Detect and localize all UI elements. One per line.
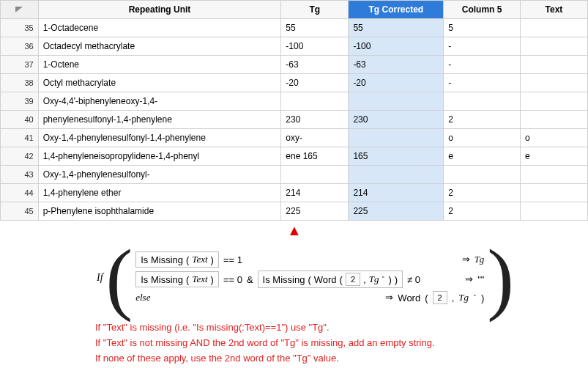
arrow-annotation: ▲ [0, 221, 588, 240]
explain-line-1: If "Text" is missing (i.e. "Is missing(:… [95, 320, 588, 336]
cell-text[interactable] [520, 184, 587, 202]
row-number[interactable]: 40 [1, 111, 39, 129]
cell-column5[interactable]: - [444, 74, 521, 92]
cell-tg-corrected[interactable] [349, 129, 444, 147]
cell-text[interactable]: e [520, 147, 587, 166]
row-number[interactable]: 36 [1, 37, 39, 56]
ismissing-box: Is Missing (Text) [135, 251, 219, 268]
cell-repeating-unit[interactable]: Octyl methacrylate [38, 74, 281, 92]
table-menu-icon [15, 5, 23, 14]
cell-tg-corrected[interactable]: 214 [349, 184, 444, 202]
paren-left-icon: ( [106, 249, 133, 307]
formula-row-2: Is Missing (Text) == 0 & Is Missing ( Wo… [135, 271, 484, 288]
cell-text[interactable] [520, 92, 587, 111]
cell-repeating-unit[interactable]: p-Phenylene isophthalamide [38, 202, 281, 221]
cell-text[interactable] [520, 166, 587, 184]
cell-tg-corrected[interactable]: 225 [349, 202, 444, 221]
cell-repeating-unit[interactable]: Oxy-1,4-phenylenesulfonyl-1,4-phenylene [38, 129, 281, 147]
table-row[interactable]: 45p-Phenylene isophthalamide2252252 [1, 202, 588, 221]
col-header-column5[interactable]: Column 5 [444, 1, 521, 19]
table-row[interactable]: 38Octyl methacrylate-20-20- [1, 74, 588, 92]
cell-tg-corrected[interactable]: 55 [349, 19, 444, 37]
cell-tg[interactable]: ene 165 [281, 147, 349, 166]
row-number[interactable]: 42 [1, 147, 39, 166]
cell-column5[interactable]: - [444, 56, 521, 74]
explain-line-2: If "Text" is not missing AND the 2nd wor… [95, 336, 588, 351]
cell-text[interactable] [520, 19, 587, 37]
table-row[interactable]: 42 1,4-phenyleneisopropylidene-1,4-pheny… [1, 147, 588, 166]
cell-column5[interactable]: e [444, 147, 521, 166]
cell-column5[interactable]: 5 [444, 19, 521, 37]
cell-tg[interactable]: -20 [281, 74, 349, 92]
row-number[interactable]: 35 [1, 19, 39, 37]
table-corner[interactable] [1, 1, 39, 19]
cell-column5[interactable]: 2 [444, 202, 521, 221]
cell-repeating-unit[interactable]: 1-Octene [38, 56, 281, 74]
table-row[interactable]: 371-Octene-63-63- [1, 56, 588, 74]
cell-column5[interactable]: 2 [444, 184, 521, 202]
row-number[interactable]: 45 [1, 202, 39, 221]
row-number[interactable]: 44 [1, 184, 39, 202]
cell-tg-corrected[interactable] [349, 166, 444, 184]
table-row[interactable]: 43Oxy-1,4-phenylenesulfonyl- [1, 166, 588, 184]
if-label: If [97, 272, 103, 284]
cell-text[interactable] [520, 74, 587, 92]
cell-repeating-unit[interactable]: 1,4-phenylene ether [38, 184, 281, 202]
cell-column5[interactable]: 2 [444, 111, 521, 129]
cell-tg[interactable] [281, 166, 349, 184]
formula-row-else: else ⇒ Word ( 2 , Tg˄ ) [135, 291, 484, 304]
cell-tg-corrected[interactable] [349, 92, 444, 111]
cell-tg[interactable]: 230 [281, 111, 349, 129]
arrow-up-icon: ▲ [287, 222, 302, 239]
table-row[interactable]: 40phenylenesulfonyl-1,4-phenylene2302302 [1, 111, 588, 129]
cell-tg[interactable]: oxy- [281, 129, 349, 147]
cell-tg-corrected[interactable]: -100 [349, 37, 444, 56]
cell-text[interactable] [520, 37, 587, 56]
row-number[interactable]: 39 [1, 92, 39, 111]
cell-repeating-unit[interactable]: Oxy-4,4'-biphenyleneoxy-1,4- [38, 92, 281, 111]
formula-box: If ( Is Missing (Text) == 1 ⇒ Tg Is Miss… [95, 243, 516, 313]
cell-repeating-unit[interactable]: phenylenesulfonyl-1,4-phenylene [38, 111, 281, 129]
cell-repeating-unit[interactable]: 1,4-phenyleneisopropylidene-1,4-phenyl [38, 147, 281, 166]
cell-tg-corrected[interactable]: 165 [349, 147, 444, 166]
cell-text[interactable] [520, 56, 587, 74]
cell-tg-corrected[interactable]: -20 [349, 74, 444, 92]
cell-tg[interactable]: -100 [281, 37, 349, 56]
data-table[interactable]: Repeating Unit Tg Tg Corrected Column 5 … [0, 0, 588, 221]
cell-repeating-unit[interactable]: Oxy-1,4-phenylenesulfonyl- [38, 166, 281, 184]
cell-text[interactable] [520, 202, 587, 221]
cell-tg[interactable]: 214 [281, 184, 349, 202]
cell-repeating-unit[interactable]: 1-Octadecene [38, 19, 281, 37]
formula-row-1: Is Missing (Text) == 1 ⇒ Tg [135, 251, 484, 268]
col-header-tg-corrected[interactable]: Tg Corrected [349, 1, 444, 19]
table-row[interactable]: 39Oxy-4,4'-biphenyleneoxy-1,4- [1, 92, 588, 111]
col-header-text[interactable]: Text [520, 1, 587, 19]
cell-text[interactable]: o [520, 129, 587, 147]
table-row[interactable]: 36Octadecyl methacrylate-100-100- [1, 37, 588, 56]
row-number[interactable]: 37 [1, 56, 39, 74]
paren-right-icon: ) [487, 249, 514, 307]
table-row[interactable]: 351-Octadecene55555 [1, 19, 588, 37]
col-header-repeating-unit[interactable]: Repeating Unit [38, 1, 281, 19]
explain-line-3: If none of these apply, use the 2nd word… [95, 351, 588, 367]
cell-column5[interactable]: - [444, 37, 521, 56]
table-row[interactable]: 41Oxy-1,4-phenylenesulfonyl-1,4-phenylen… [1, 129, 588, 147]
row-number[interactable]: 41 [1, 129, 39, 147]
cell-tg-corrected[interactable]: 230 [349, 111, 444, 129]
cell-repeating-unit[interactable]: Octadecyl methacrylate [38, 37, 281, 56]
cell-tg[interactable]: 55 [281, 19, 349, 37]
cell-tg-corrected[interactable]: -63 [349, 56, 444, 74]
cell-column5[interactable] [444, 166, 521, 184]
cell-tg[interactable]: -63 [281, 56, 349, 74]
row-number[interactable]: 43 [1, 166, 39, 184]
row-number[interactable]: 38 [1, 74, 39, 92]
cell-text[interactable] [520, 111, 587, 129]
cell-column5[interactable] [444, 92, 521, 111]
table-row[interactable]: 441,4-phenylene ether2142142 [1, 184, 588, 202]
col-header-tg[interactable]: Tg [281, 1, 349, 19]
cell-tg[interactable] [281, 92, 349, 111]
explanation-text: If "Text" is missing (i.e. "Is missing(:… [95, 320, 588, 366]
cell-column5[interactable]: o [444, 129, 521, 147]
cell-tg[interactable]: 225 [281, 202, 349, 221]
ismissing-word-box: Is Missing ( Word ( 2 , Tg˄ ) ) [258, 271, 403, 288]
